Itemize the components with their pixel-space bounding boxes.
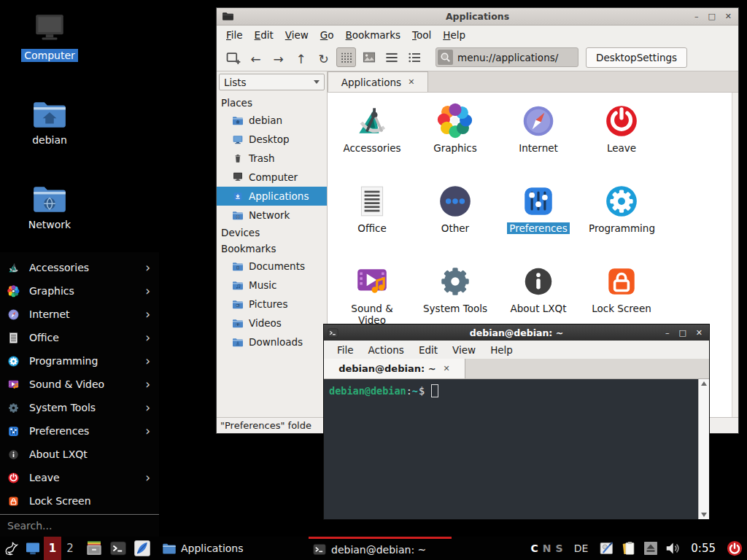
- menu-item-system-tools[interactable]: System Tools›: [0, 396, 159, 419]
- reload-icon: ↻: [316, 50, 332, 66]
- fm-menu-bookmarks[interactable]: Bookmarks: [340, 29, 406, 41]
- app-category-leave[interactable]: Leave: [580, 99, 663, 179]
- reload-button[interactable]: ↻: [314, 47, 333, 67]
- volume-tray-icon[interactable]: [665, 540, 681, 556]
- minimize-button[interactable]: –: [694, 12, 699, 20]
- task-button-debian-debian[interactable]: debian@debian: ~: [309, 537, 452, 560]
- scroll-down-icon[interactable]: [701, 513, 707, 517]
- lists-combobox[interactable]: Lists: [219, 74, 325, 90]
- menu-item-programming[interactable]: Programming›: [0, 349, 159, 373]
- clipboard-tray-icon[interactable]: [621, 540, 637, 556]
- new-tab-button[interactable]: [223, 47, 243, 67]
- address-text: menu://applications/: [457, 52, 558, 63]
- terminal-menu-help[interactable]: Help: [483, 344, 520, 356]
- maximize-button[interactable]: □: [708, 12, 715, 20]
- screenshot-tray-icon[interactable]: [599, 540, 615, 556]
- fm-menu-view[interactable]: View: [279, 29, 314, 41]
- address-bar[interactable]: menu://applications/: [436, 47, 578, 67]
- task-button-applications[interactable]: Applications: [158, 537, 301, 560]
- desktop-icon-computer[interactable]: Computer: [15, 13, 85, 98]
- start-menu: Accessories›Graphics›Internet›Office›Pro…: [0, 252, 159, 537]
- icon-view-button[interactable]: [336, 47, 356, 67]
- menu-item-accessories[interactable]: Accessories›: [0, 256, 159, 279]
- fm-menu-edit[interactable]: Edit: [249, 29, 279, 41]
- app-category-internet[interactable]: Internet: [497, 99, 580, 179]
- quicklaunch-file-manager[interactable]: [85, 540, 103, 557]
- menu-item-sound-video[interactable]: Sound & Video›: [0, 373, 159, 396]
- tab-applications[interactable]: Applications ✕: [328, 71, 428, 92]
- maximize-button[interactable]: □: [678, 329, 686, 337]
- quicklaunch-qterminal[interactable]: [109, 540, 127, 557]
- thumbnail-view-button[interactable]: [359, 47, 379, 67]
- desktop-settings-button[interactable]: DesktopSettings: [586, 47, 687, 68]
- menu-item-office[interactable]: Office›: [0, 326, 159, 349]
- sidebar-item-videos[interactable]: Videos: [217, 314, 327, 332]
- terminal-icon: [312, 542, 327, 556]
- menu-item-label: About LXQt: [29, 448, 152, 460]
- workspace-button-2[interactable]: 2: [61, 537, 79, 560]
- system-tools-icon: [437, 263, 473, 300]
- app-category-graphics[interactable]: Graphics: [414, 99, 497, 179]
- sidebar-item-applications[interactable]: Applications: [217, 187, 327, 206]
- terminal-menu-edit[interactable]: Edit: [411, 344, 445, 356]
- app-category-programming[interactable]: Programming: [580, 179, 663, 260]
- fm-titlebar[interactable]: Applications – □ ✕: [217, 8, 738, 26]
- sidebar-item-documents[interactable]: Documents: [217, 257, 327, 276]
- menu-item-about-lxqt[interactable]: About LXQt: [0, 443, 159, 466]
- fm-menu-file[interactable]: File: [220, 29, 249, 41]
- sound-video-icon: [7, 378, 20, 391]
- back-button[interactable]: ←: [246, 47, 266, 67]
- sidebar-item-desktop[interactable]: Desktop: [217, 130, 327, 149]
- terminal-menu-actions[interactable]: Actions: [361, 344, 411, 356]
- menu-item-preferences[interactable]: Preferences›: [0, 419, 159, 443]
- removable-media-tray-icon[interactable]: [643, 540, 659, 556]
- show-desktop-button[interactable]: [22, 537, 44, 560]
- menu-item-lock-screen[interactable]: Lock Screen: [0, 489, 159, 513]
- power-button[interactable]: [726, 540, 743, 557]
- terminal-output-area[interactable]: debian@debian : ~ $: [324, 379, 709, 519]
- app-category-preferences[interactable]: Preferences: [497, 179, 580, 260]
- detailed-view-button[interactable]: [382, 47, 401, 67]
- terminal-scrollbar[interactable]: [698, 379, 709, 519]
- scroll-up-icon[interactable]: [701, 381, 707, 386]
- sidebar-item-pictures[interactable]: Pictures: [217, 295, 327, 314]
- fm-menu-help[interactable]: Help: [437, 29, 471, 41]
- app-category-office[interactable]: Office: [330, 179, 414, 260]
- menu-item-leave[interactable]: Leave›: [0, 466, 159, 489]
- terminal-titlebar[interactable]: debian@debian: ~ – □ ✕: [324, 324, 709, 341]
- sidebar-item-music[interactable]: Music: [217, 276, 327, 295]
- fm-menu-go[interactable]: Go: [314, 29, 340, 41]
- sidebar-item-trash[interactable]: Trash: [217, 149, 327, 168]
- folder-music-icon: [232, 280, 244, 291]
- workspace-button-1[interactable]: 1: [44, 537, 61, 560]
- sidebar-item-debian[interactable]: debian: [217, 111, 327, 130]
- clock[interactable]: 0:55: [691, 542, 716, 555]
- terminal-menu-file[interactable]: File: [330, 344, 361, 356]
- terminal-tab[interactable]: debian@debian: ~ ✕: [324, 359, 465, 378]
- forward-icon: →: [271, 50, 287, 66]
- sidebar-item-downloads[interactable]: Downloads: [217, 332, 327, 351]
- forward-button[interactable]: →: [268, 47, 288, 67]
- sidebar-item-network[interactable]: Network: [217, 206, 327, 225]
- main-menu-button[interactable]: [0, 537, 22, 560]
- tab-close-icon[interactable]: ✕: [444, 364, 450, 373]
- app-category-accessories[interactable]: Accessories: [330, 99, 414, 179]
- keyboard-layout-indicator[interactable]: DE: [574, 542, 589, 554]
- fm-menu-tool[interactable]: Tool: [406, 29, 437, 41]
- sidebar-item-computer[interactable]: Computer: [217, 168, 327, 187]
- desktop-icon-debian[interactable]: debian: [15, 98, 85, 182]
- menu-search-input[interactable]: Search...: [0, 514, 159, 537]
- terminal-menu-view[interactable]: View: [445, 344, 483, 356]
- minimize-button[interactable]: –: [665, 329, 670, 337]
- submenu-arrow-icon: ›: [145, 402, 150, 414]
- tab-close-icon[interactable]: ✕: [408, 77, 414, 87]
- up-button[interactable]: ↑: [291, 47, 311, 67]
- quicklaunch-featherpad[interactable]: [133, 540, 151, 557]
- fm-scrollbar-track[interactable]: [732, 93, 738, 417]
- menu-item-internet[interactable]: Internet›: [0, 303, 159, 326]
- close-button[interactable]: ✕: [696, 329, 703, 337]
- compact-view-button[interactable]: [404, 47, 424, 67]
- app-category-other[interactable]: Other: [414, 179, 497, 260]
- close-button[interactable]: ✕: [725, 12, 732, 20]
- menu-item-graphics[interactable]: Graphics›: [0, 279, 159, 303]
